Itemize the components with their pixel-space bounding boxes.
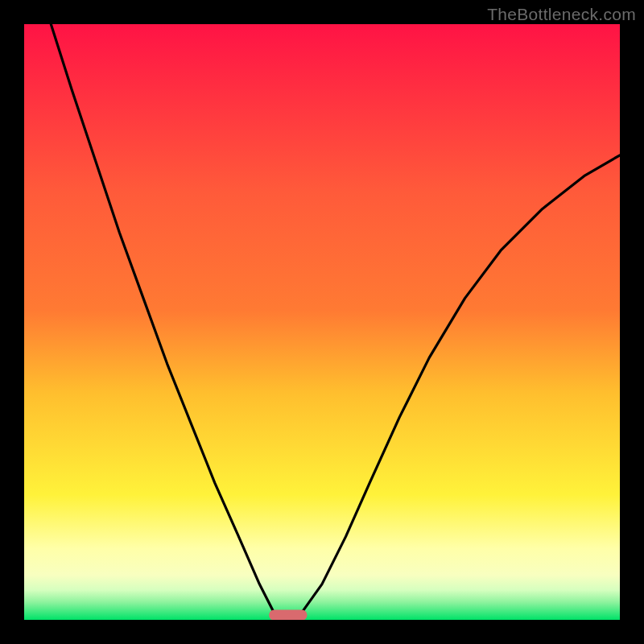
watermark-text: TheBottleneck.com	[487, 5, 636, 24]
chart-frame: TheBottleneck.com	[0, 0, 644, 644]
gradient-background	[24, 24, 620, 620]
chart-svg	[24, 24, 620, 620]
bottleneck-marker	[269, 609, 307, 620]
chart-plot-area	[24, 24, 620, 620]
